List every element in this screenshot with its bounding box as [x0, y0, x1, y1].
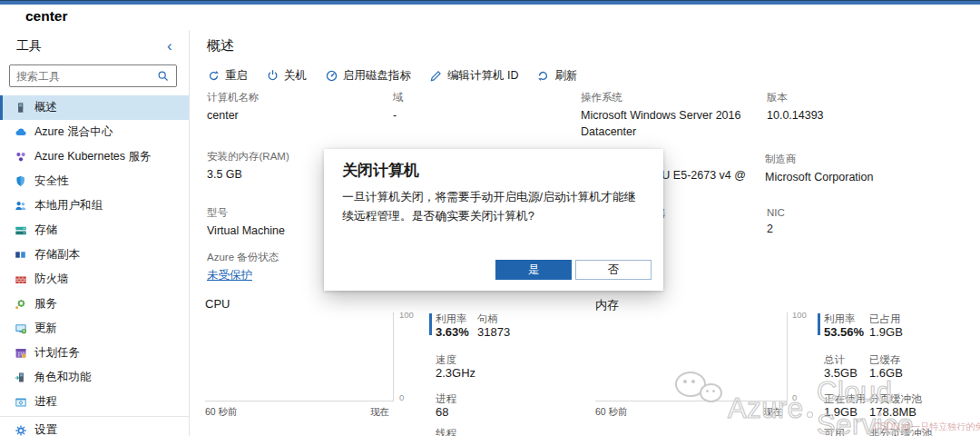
cpu-y-min: 0 — [399, 392, 404, 402]
sidebar-item-security[interactable]: 安全性 — [0, 169, 189, 193]
memory-chart — [595, 312, 788, 401]
cpu-utilization-bar — [429, 313, 432, 335]
sidebar-item-services[interactable]: 服务 — [0, 292, 189, 316]
sidebar-item-label: 设置 — [34, 422, 57, 436]
shutdown-dialog: 关闭计算机 一旦计算机关闭，将需要手动开启电源/启动计算机才能继续远程管理。是否… — [324, 149, 663, 291]
field-nic: NIC 2 — [767, 207, 945, 238]
cpu-stat-value: 2.3GHz — [436, 366, 475, 380]
processes-icon — [14, 395, 27, 409]
sidebar-item-kubernetes[interactable]: Azure Kubernetes 服务 — [0, 144, 189, 169]
sidebar-item-storage[interactable]: 存储 — [0, 218, 189, 243]
memory-x-right: 现在 — [763, 406, 782, 419]
field-value: center — [207, 108, 385, 124]
sidebar-item-storage-replica[interactable]: 存储副本 — [0, 243, 189, 267]
security-shield-icon — [14, 174, 27, 188]
memory-utilization-bar — [818, 313, 820, 335]
field-computer-name: 计算机名称 center — [207, 91, 385, 124]
sidebar-item-label: 安全性 — [34, 173, 69, 189]
sidebar-item-overview[interactable]: 概述 — [0, 95, 189, 120]
sidebar-item-label: Azure Kubernetes 服务 — [34, 149, 152, 164]
sidebar-separator — [0, 416, 189, 417]
edit-computer-id-button[interactable]: 编辑计算机 ID — [429, 68, 518, 84]
field-label: 域 — [393, 91, 571, 104]
sidebar-item-scheduled-tasks[interactable]: 计划任务 — [0, 341, 189, 365]
refresh-label: 刷新 — [554, 68, 577, 84]
search-tools-box[interactable] — [9, 64, 177, 87]
memory-stat-value: 3.5GB — [824, 366, 858, 380]
cpu-x-left: 60 秒前 — [205, 406, 238, 419]
kubernetes-icon — [14, 150, 27, 164]
cpu-x-right: 现在 — [370, 406, 389, 419]
services-icon — [14, 297, 27, 311]
field-value: 10.0.14393 — [767, 108, 945, 124]
tools-sidebar: 工具 ‹ 概述 Azure 混合中心 Azure Kubernetes 服务 安… — [0, 30, 190, 436]
sidebar-item-settings[interactable]: 设置 — [0, 418, 189, 436]
sidebar-item-firewall[interactable]: 防火墙 — [0, 267, 189, 292]
enable-disk-metrics-label: 启用磁盘指标 — [343, 68, 411, 84]
field-manufacturer: 制造商 Microsoft Corporation — [765, 153, 943, 186]
sidebar-item-roles-features[interactable]: 角色和功能 — [0, 365, 189, 390]
sidebar-item-label: Azure 混合中心 — [34, 124, 113, 140]
restart-label: 重启 — [225, 68, 248, 84]
cpu-chart — [205, 312, 394, 401]
app-title: center — [25, 8, 68, 25]
edit-computer-id-label: 编辑计算机 ID — [447, 68, 518, 84]
updates-icon — [14, 322, 27, 335]
field-label: 操作系统 — [581, 91, 759, 104]
shutdown-button[interactable]: 关机 — [266, 68, 307, 84]
memory-stat-value: 1.9GB — [824, 405, 858, 419]
cpu-stat-value: 31873 — [477, 325, 510, 339]
search-input[interactable] — [16, 70, 156, 83]
power-icon — [266, 69, 279, 83]
dialog-buttons: 是 否 — [495, 260, 652, 280]
sidebar-item-azure-hybrid[interactable]: Azure 混合中心 — [0, 120, 189, 144]
field-value: - — [393, 108, 571, 124]
sidebar-item-processes[interactable]: 进程 — [0, 390, 189, 414]
memory-stat-value: 178.8MB — [869, 405, 916, 419]
collapse-sidebar-icon[interactable]: ‹ — [167, 37, 172, 55]
cpu-stat-label: 利用率 — [436, 312, 467, 326]
memory-section-title: 内存 — [595, 297, 619, 313]
search-icon[interactable] — [156, 69, 170, 83]
sidebar-item-label: 本地用户和组 — [34, 198, 103, 213]
sidebar-item-label: 服务 — [34, 296, 57, 312]
gauge-icon — [325, 69, 338, 83]
shutdown-label: 关机 — [284, 68, 307, 84]
memory-y-min: 0 — [792, 392, 797, 402]
field-label: 计算机名称 — [207, 91, 385, 104]
refresh-button[interactable]: 刷新 — [536, 68, 577, 84]
cpu-stat-label: 线程 — [436, 427, 456, 436]
sidebar-item-updates[interactable]: 更新 — [0, 316, 189, 341]
restart-button[interactable]: 重启 — [207, 68, 248, 84]
field-label: NIC — [767, 207, 945, 218]
field-value: Microsoft Corporation — [765, 170, 943, 186]
sidebar-item-label: 角色和功能 — [34, 370, 92, 385]
cpu-stat-label: 速度 — [436, 353, 456, 367]
enable-disk-metrics-button[interactable]: 启用磁盘指标 — [325, 68, 411, 84]
cpu-stat-value: 3.63% — [436, 325, 469, 339]
refresh-icon — [536, 69, 550, 83]
cpu-y-max: 100 — [399, 310, 414, 320]
sidebar-item-label: 进程 — [34, 394, 57, 410]
field-domain: 域 - — [393, 91, 571, 124]
field-value: Microsoft Windows Server 2016 Datacenter — [581, 108, 759, 140]
cpu-stat-label: 句柄 — [477, 312, 498, 326]
memory-stat-label: 总计 — [824, 353, 845, 367]
memory-stat-label: 利用率 — [824, 312, 856, 326]
field-os: 操作系统 Microsoft Windows Server 2016 Datac… — [581, 91, 759, 140]
storage-icon — [14, 223, 27, 237]
tools-header: 工具 — [16, 38, 42, 54]
memory-stat-value: 1.9GB — [869, 325, 903, 339]
cpu-stat-value: 68 — [436, 405, 448, 419]
no-button[interactable]: 否 — [575, 260, 652, 280]
field-value: 2 — [767, 222, 945, 238]
sidebar-item-label: 存储 — [34, 223, 57, 238]
cpu-stat-label: 进程 — [436, 392, 456, 406]
memory-stat-value: 1.6GB — [869, 366, 903, 380]
sidebar-item-label: 更新 — [34, 321, 57, 336]
backup-status-link[interactable]: 未受保护 — [207, 269, 252, 282]
sidebar-item-local-users[interactable]: 本地用户和组 — [0, 193, 189, 218]
dialog-body: 一旦计算机关闭，将需要手动开启电源/启动计算机才能继续远程管理。是否确实要关闭计… — [342, 187, 645, 225]
yes-button[interactable]: 是 — [495, 260, 572, 280]
field-version: 版本 10.0.14393 — [767, 91, 945, 124]
